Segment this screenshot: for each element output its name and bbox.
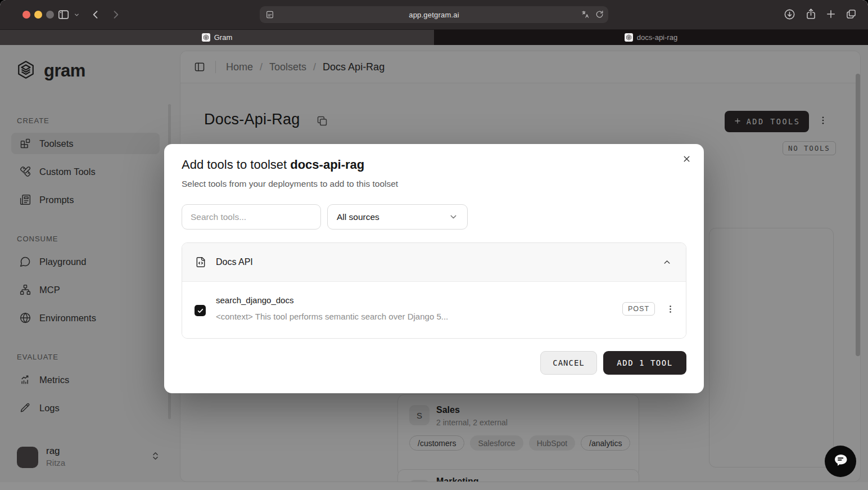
add-tool-confirm-button[interactable]: ADD 1 TOOL <box>603 351 686 375</box>
source-filter-value: All sources <box>337 212 449 222</box>
sidebar-chevron-icon[interactable] <box>74 12 80 18</box>
chat-widget-button[interactable] <box>825 446 856 477</box>
gram-favicon-icon <box>625 33 633 42</box>
browser-toolbar: app.getgram.ai <box>0 0 868 29</box>
tool-group-header[interactable]: Docs API <box>182 243 686 282</box>
modal-title: Add tools to toolset docs-api-rag <box>182 158 364 172</box>
sidebar-toggle-icon[interactable] <box>57 8 70 21</box>
chat-bubble-icon <box>832 452 849 471</box>
tab-label: docs-api-rag <box>637 33 677 42</box>
tool-description: <context> This tool performs semantic se… <box>216 312 448 321</box>
http-method-badge: POST <box>622 302 655 316</box>
traffic-zoom-button[interactable] <box>46 11 54 19</box>
tab-label: Gram <box>214 33 233 42</box>
tool-group-name: Docs API <box>216 257 253 267</box>
forward-icon[interactable] <box>110 9 121 20</box>
tool-checkbox[interactable] <box>195 305 206 316</box>
traffic-minimize-button[interactable] <box>34 11 42 19</box>
kebab-menu-icon[interactable] <box>666 304 675 316</box>
url-text[interactable]: app.getgram.ai <box>260 11 608 19</box>
tab-overview-icon[interactable] <box>846 8 857 20</box>
address-bar[interactable]: app.getgram.ai <box>260 6 608 23</box>
downloads-icon[interactable] <box>784 8 795 20</box>
tool-name: search_django_docs <box>216 295 293 305</box>
gram-favicon-icon <box>202 33 210 42</box>
tool-group-docs-api: Docs API search_django_docs <context> Th… <box>182 242 686 339</box>
search-input[interactable] <box>182 204 321 230</box>
new-tab-icon[interactable] <box>825 8 837 20</box>
file-code-icon <box>195 257 206 268</box>
modal-subtitle: Select tools from your deployments to ad… <box>182 179 398 189</box>
tab-bar: Gram docs-api-rag <box>0 29 868 45</box>
close-icon[interactable] <box>682 154 691 166</box>
modal-title-toolset-name: docs-api-rag <box>290 158 364 172</box>
source-filter-select[interactable]: All sources <box>327 204 468 230</box>
tab-gram[interactable]: Gram <box>0 30 434 45</box>
page-settings-icon[interactable] <box>265 10 274 21</box>
reload-icon[interactable] <box>595 10 604 21</box>
tool-row-search-django-docs[interactable]: search_django_docs <context> This tool p… <box>182 282 686 339</box>
add-tools-modal: Add tools to toolset docs-api-rag Select… <box>164 144 704 393</box>
modal-title-prefix: Add tools to toolset <box>182 158 290 172</box>
share-icon[interactable] <box>805 8 817 20</box>
chevron-up-icon[interactable] <box>662 258 672 267</box>
cancel-button[interactable]: CANCEL <box>540 351 597 375</box>
tab-docs-api-rag[interactable]: docs-api-rag <box>434 30 868 45</box>
chevron-down-icon <box>449 212 458 222</box>
browser-chrome: app.getgram.ai <box>0 0 868 45</box>
page-viewport: gram CREATE Toolsets Custom Tools Prompt… <box>0 45 868 490</box>
browser-window: app.getgram.ai <box>0 0 868 490</box>
traffic-close-button[interactable] <box>22 11 30 19</box>
translate-icon[interactable] <box>581 10 590 21</box>
back-icon[interactable] <box>90 9 101 20</box>
